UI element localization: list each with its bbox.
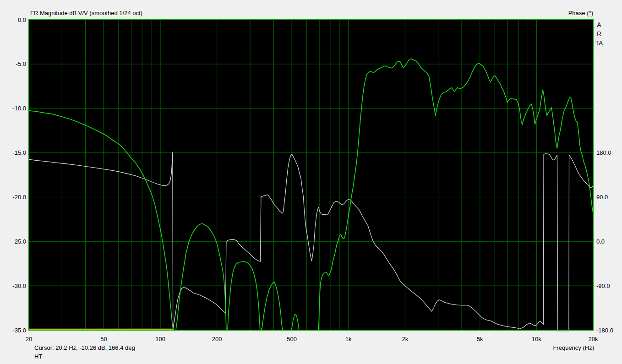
freq-axis-tick-label: 50: [90, 336, 117, 342]
phase-axis-tick-label: -90.0: [596, 283, 622, 289]
arta-window: { "header": { "title": "FR Magnitude dB …: [0, 0, 622, 364]
phase-axis-tick-label: -180.0: [596, 327, 622, 334]
mag-axis-tick-label: -20.0: [1, 194, 26, 201]
mag-axis-tick-label: 0.0: [1, 16, 26, 23]
mag-axis-tick-label: -10.0: [1, 105, 26, 112]
mag-axis-tick-label: -5.0: [1, 60, 26, 67]
mag-axis-tick-label: -35.0: [1, 327, 26, 334]
freq-axis-tick-label: 20: [15, 336, 43, 342]
phase-axis-tick-label: 180.0: [596, 149, 622, 156]
freq-axis-tick-label: 5k: [466, 336, 494, 342]
freq-axis-tick-label: 20k: [579, 336, 607, 342]
freq-axis-tick-label: 100: [147, 336, 174, 342]
freq-axis-tick-label: 500: [278, 336, 306, 342]
plot-background: [29, 20, 593, 330]
mag-axis-tick-label: -15.0: [1, 149, 26, 156]
freq-axis-tick-label: 10k: [523, 336, 550, 342]
plot-area[interactable]: [0, 0, 622, 364]
mag-axis-tick-label: -30.0: [1, 283, 26, 289]
freq-axis-tick-label: 200: [203, 336, 231, 342]
phase-axis-tick-label: 0.0: [596, 238, 622, 245]
mag-axis-tick-label: -25.0: [1, 238, 26, 245]
freq-axis-tick-label: 1k: [335, 336, 362, 342]
phase-axis-tick-label: 90.0: [596, 194, 622, 201]
freq-axis-tick-label: 2k: [391, 336, 419, 342]
